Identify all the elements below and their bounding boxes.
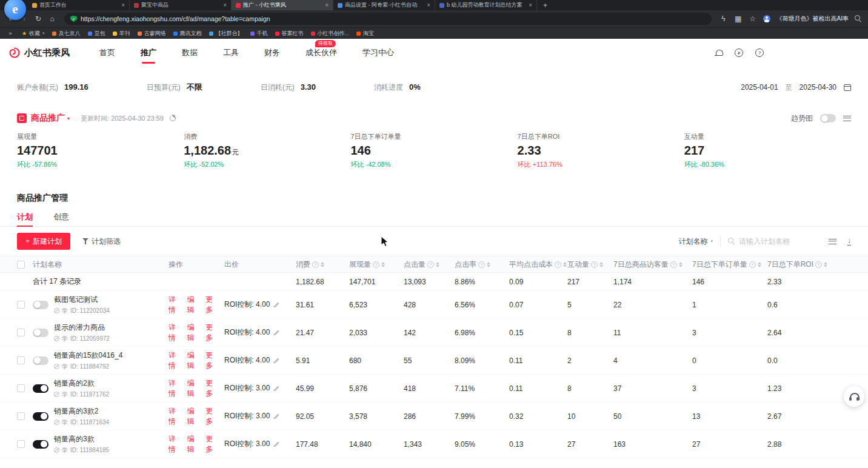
trend-chart-toggle[interactable] (820, 114, 836, 122)
edit-bid-icon[interactable] (273, 441, 279, 447)
edit-link[interactable]: 编辑 (187, 406, 201, 427)
date-range-picker[interactable]: 2025-04-01 至 2025-04-30 (741, 83, 851, 92)
tab-close-icon[interactable]: × (325, 2, 329, 8)
plan-name[interactable]: 提示的潜力商品 (54, 323, 110, 333)
tab-close-icon[interactable]: × (121, 2, 125, 8)
col-ctr[interactable]: 点击率? (455, 259, 509, 270)
address-bar[interactable]: ✓ https://chengfeng.xiaohongshu.com/cf/a… (64, 13, 712, 25)
tab-close-icon[interactable]: × (427, 2, 430, 8)
detail-link[interactable]: 详情 (169, 406, 182, 427)
plan-search-input[interactable] (739, 237, 810, 246)
info-icon[interactable]: ? (670, 261, 677, 268)
bookmark-item[interactable]: 千机 (250, 30, 268, 38)
lightning-icon[interactable]: ϟ (719, 15, 728, 22)
row-checkbox[interactable] (17, 301, 25, 309)
info-icon[interactable]: ? (749, 261, 756, 268)
more-link[interactable]: 更多 (205, 434, 219, 455)
bookmark-item[interactable]: 小红书创作... (311, 30, 350, 38)
apps-grid-icon[interactable]: ▦ (734, 15, 743, 22)
more-link[interactable]: 更多 (205, 295, 219, 315)
plan-enable-toggle[interactable] (33, 440, 48, 449)
sort-icon[interactable] (487, 262, 490, 267)
edit-link[interactable]: 编辑 (187, 378, 201, 399)
nav-item[interactable]: 成长伙伴 待领取 (293, 39, 350, 67)
edit-bid-icon[interactable] (273, 413, 279, 420)
nav-item[interactable]: 学习中心 (350, 39, 407, 67)
more-link[interactable]: 更多 (205, 323, 219, 343)
col-visitors-7d[interactable]: 7日总商品访客量? (613, 259, 692, 270)
detail-link[interactable]: 详情 (169, 323, 182, 343)
home-icon[interactable]: ⌂ (48, 15, 56, 22)
metric-list-icon[interactable] (843, 116, 851, 121)
col-cpc[interactable]: 平均点击成本? (509, 259, 567, 270)
nav-item[interactable]: 工具 (210, 39, 252, 67)
col-orders-7d[interactable]: 7日总下单订单量? (692, 259, 767, 270)
browser-tab[interactable]: 首页工作台 × (28, 0, 130, 10)
manage-tab[interactable]: 计划 (17, 207, 33, 226)
plan-name[interactable]: 销量高的3款2 (54, 406, 109, 416)
select-all-checkbox[interactable] (17, 261, 25, 269)
plan-enable-toggle[interactable] (33, 301, 48, 309)
metric-card[interactable]: 7日总下单ROI 2.33 环比 +113.76% (518, 132, 684, 172)
row-checkbox[interactable] (17, 384, 25, 392)
browser-tab[interactable]: 聚宝中商品 × (130, 0, 232, 10)
bookmark-item[interactable]: 答案红书 (275, 30, 304, 38)
plan-name[interactable]: 截图笔记测试 (54, 295, 110, 305)
more-link[interactable]: 更多 (205, 350, 219, 371)
brand[interactable]: 小红书乘风 (8, 47, 70, 59)
plan-enable-toggle[interactable] (33, 384, 48, 393)
manage-tab[interactable]: 创意 (53, 207, 69, 226)
detail-link[interactable]: 详情 (169, 434, 182, 455)
edit-bid-icon[interactable] (273, 358, 279, 364)
col-impressions[interactable]: 展现量? (349, 259, 404, 270)
sort-icon[interactable] (599, 262, 603, 267)
browser-tab[interactable]: 商品设置 - 阿奇索·小红书自动 × (333, 0, 435, 10)
nav-item[interactable]: 财务 (252, 39, 293, 67)
metric-card[interactable]: 展现量 147701 环比 -57.86% (17, 132, 184, 172)
plan-name[interactable]: 销量高的15款0416_4 (54, 350, 122, 361)
new-tab-button[interactable]: + (537, 0, 553, 10)
browser-search-icon[interactable] (855, 15, 862, 22)
nav-item[interactable]: 推广 (128, 39, 169, 67)
edit-link[interactable]: 编辑 (187, 295, 201, 315)
row-checkbox[interactable] (17, 440, 25, 448)
edit-link[interactable]: 编辑 (187, 434, 201, 455)
info-icon[interactable]: ? (373, 261, 379, 268)
more-link[interactable]: 更多 (205, 406, 219, 427)
plan-filter-button[interactable]: 计划筛选 (82, 236, 121, 247)
reload-icon[interactable]: ↻ (34, 15, 42, 22)
tab-close-icon[interactable]: × (223, 2, 227, 8)
new-plan-button[interactable]: + 新建计划 (17, 233, 70, 250)
bookmark-item[interactable]: 腾讯文档 (173, 30, 202, 38)
bookmark-item[interactable]: 【社群合】 (209, 30, 243, 38)
sort-icon[interactable] (321, 262, 324, 267)
info-icon[interactable]: ? (815, 261, 822, 268)
refresh-icon[interactable] (170, 115, 176, 121)
sort-icon[interactable] (436, 262, 439, 267)
date-to[interactable]: 2025-04-30 (800, 83, 836, 92)
sort-icon[interactable] (824, 262, 827, 267)
edit-bid-icon[interactable] (273, 302, 279, 308)
metric-card[interactable]: 互动量 217 环比 -80.36% (684, 132, 851, 172)
promo-type-selector[interactable]: 商品推广 (31, 113, 65, 124)
profile-avatar-icon[interactable] (763, 15, 770, 22)
plan-enable-toggle[interactable] (33, 329, 48, 337)
search-icon[interactable] (728, 238, 735, 245)
bookmark-item[interactable]: 豆包 (88, 30, 105, 38)
info-icon[interactable]: ? (591, 261, 598, 268)
col-spend[interactable]: 消费? (296, 259, 349, 270)
download-icon[interactable]: ↓ (847, 237, 851, 246)
info-icon[interactable]: ? (555, 261, 561, 268)
col-roi-7d[interactable]: 7日总下单ROI? (767, 259, 830, 270)
sort-icon[interactable] (381, 262, 385, 267)
row-checkbox[interactable] (17, 412, 25, 420)
info-icon[interactable]: ? (478, 261, 485, 268)
bookmarks-root-folder[interactable]: ★ 收藏 ▾ (22, 30, 45, 38)
edit-link[interactable]: 编辑 (187, 350, 201, 371)
detail-link[interactable]: 详情 (169, 295, 182, 315)
notification-bell-icon[interactable] (715, 49, 723, 57)
sidebar-chevrons-icon[interactable]: » (6, 31, 15, 36)
metric-card[interactable]: 7日总下单订单量 146 环比 -42.08% (350, 132, 517, 172)
more-link[interactable]: 更多 (205, 378, 219, 399)
plan-name[interactable]: 销量高的2款 (54, 378, 109, 389)
